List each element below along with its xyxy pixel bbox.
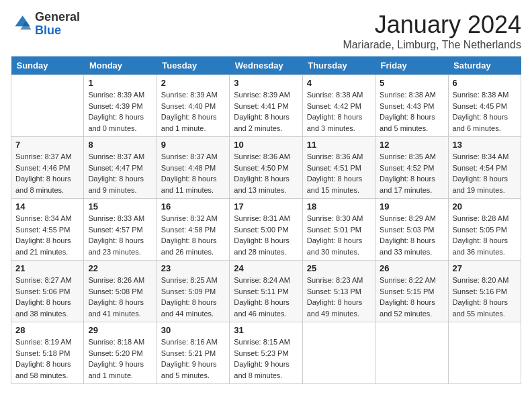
day-info: Sunrise: 8:29 AMSunset: 5:03 PMDaylight:… <box>380 213 443 257</box>
day-info: Sunrise: 8:23 AMSunset: 5:13 PMDaylight:… <box>307 275 371 319</box>
day-cell: 13Sunrise: 8:34 AMSunset: 4:54 PMDayligh… <box>448 137 521 199</box>
day-info: Sunrise: 8:38 AMSunset: 4:43 PMDaylight:… <box>380 89 443 134</box>
page-header: General Blue January 2024 Mariarade, Lim… <box>11 11 521 51</box>
logo: General Blue <box>11 11 80 38</box>
day-info: Sunrise: 8:26 AMSunset: 5:08 PMDaylight:… <box>88 275 152 319</box>
calendar-body: 1Sunrise: 8:39 AMSunset: 4:39 PMDaylight… <box>11 75 521 384</box>
day-number: 25 <box>307 263 371 273</box>
day-cell: 25Sunrise: 8:23 AMSunset: 5:13 PMDayligh… <box>302 261 375 322</box>
day-cell: 8Sunrise: 8:37 AMSunset: 4:47 PMDaylight… <box>84 137 157 199</box>
day-info: Sunrise: 8:36 AMSunset: 4:51 PMDaylight:… <box>307 151 371 195</box>
day-cell <box>448 322 521 384</box>
day-info: Sunrise: 8:35 AMSunset: 4:52 PMDaylight:… <box>380 151 443 195</box>
day-cell: 30Sunrise: 8:16 AMSunset: 5:21 PMDayligh… <box>157 322 229 384</box>
day-cell: 6Sunrise: 8:38 AMSunset: 4:45 PMDaylight… <box>448 75 521 137</box>
day-cell: 16Sunrise: 8:32 AMSunset: 4:58 PMDayligh… <box>157 199 229 261</box>
logo-text: General Blue <box>35 11 80 38</box>
day-number: 21 <box>15 263 79 273</box>
day-cell: 23Sunrise: 8:25 AMSunset: 5:09 PMDayligh… <box>157 261 229 322</box>
day-cell: 3Sunrise: 8:39 AMSunset: 4:41 PMDaylight… <box>230 75 302 137</box>
day-number: 23 <box>161 263 225 273</box>
day-info: Sunrise: 8:25 AMSunset: 5:09 PMDaylight:… <box>161 275 225 319</box>
day-info: Sunrise: 8:20 AMSunset: 5:16 PMDaylight:… <box>453 275 517 319</box>
location: Mariarade, Limburg, The Netherlands <box>343 39 521 51</box>
day-info: Sunrise: 8:19 AMSunset: 5:18 PMDaylight:… <box>15 336 79 381</box>
day-info: Sunrise: 8:38 AMSunset: 4:45 PMDaylight:… <box>453 89 517 134</box>
day-number: 9 <box>161 140 225 150</box>
day-info: Sunrise: 8:32 AMSunset: 4:58 PMDaylight:… <box>161 213 225 257</box>
day-info: Sunrise: 8:37 AMSunset: 4:48 PMDaylight:… <box>161 151 225 195</box>
day-number: 12 <box>380 140 443 150</box>
day-cell: 1Sunrise: 8:39 AMSunset: 4:39 PMDaylight… <box>84 75 157 137</box>
header-cell-monday: Monday <box>84 56 157 75</box>
day-cell: 22Sunrise: 8:26 AMSunset: 5:08 PMDayligh… <box>84 261 157 322</box>
day-number: 13 <box>453 140 517 150</box>
day-cell: 26Sunrise: 8:22 AMSunset: 5:15 PMDayligh… <box>375 261 448 322</box>
day-number: 14 <box>15 201 79 212</box>
day-info: Sunrise: 8:16 AMSunset: 5:21 PMDaylight:… <box>161 336 225 381</box>
day-number: 31 <box>234 325 298 335</box>
header-cell-tuesday: Tuesday <box>157 56 229 75</box>
day-info: Sunrise: 8:30 AMSunset: 5:01 PMDaylight:… <box>307 213 371 257</box>
week-row-3: 14Sunrise: 8:34 AMSunset: 4:55 PMDayligh… <box>11 199 521 261</box>
day-cell: 27Sunrise: 8:20 AMSunset: 5:16 PMDayligh… <box>448 261 521 322</box>
day-number: 3 <box>234 78 298 88</box>
day-number: 18 <box>307 201 371 212</box>
day-info: Sunrise: 8:24 AMSunset: 5:11 PMDaylight:… <box>234 275 298 319</box>
day-info: Sunrise: 8:36 AMSunset: 4:50 PMDaylight:… <box>234 151 298 195</box>
day-info: Sunrise: 8:28 AMSunset: 5:05 PMDaylight:… <box>453 213 517 257</box>
day-cell: 4Sunrise: 8:38 AMSunset: 4:42 PMDaylight… <box>302 75 375 137</box>
day-cell: 19Sunrise: 8:29 AMSunset: 5:03 PMDayligh… <box>375 199 448 261</box>
day-cell: 29Sunrise: 8:18 AMSunset: 5:20 PMDayligh… <box>84 322 157 384</box>
header-cell-saturday: Saturday <box>448 56 521 75</box>
day-number: 29 <box>88 325 152 335</box>
day-info: Sunrise: 8:27 AMSunset: 5:06 PMDaylight:… <box>15 275 79 319</box>
day-info: Sunrise: 8:18 AMSunset: 5:20 PMDaylight:… <box>88 336 152 381</box>
day-number: 27 <box>453 263 517 273</box>
day-number: 1 <box>88 78 152 88</box>
day-number: 5 <box>380 78 443 88</box>
day-info: Sunrise: 8:39 AMSunset: 4:41 PMDaylight:… <box>234 89 298 134</box>
day-info: Sunrise: 8:39 AMSunset: 4:39 PMDaylight:… <box>88 89 152 134</box>
day-info: Sunrise: 8:37 AMSunset: 4:47 PMDaylight:… <box>88 151 152 195</box>
day-number: 30 <box>161 325 225 335</box>
day-cell: 9Sunrise: 8:37 AMSunset: 4:48 PMDaylight… <box>157 137 229 199</box>
day-info: Sunrise: 8:38 AMSunset: 4:42 PMDaylight:… <box>307 89 371 134</box>
day-cell: 28Sunrise: 8:19 AMSunset: 5:18 PMDayligh… <box>11 322 84 384</box>
day-cell: 14Sunrise: 8:34 AMSunset: 4:55 PMDayligh… <box>11 199 84 261</box>
day-number: 19 <box>380 201 443 212</box>
logo-icon <box>11 13 32 35</box>
day-cell: 2Sunrise: 8:39 AMSunset: 4:40 PMDaylight… <box>157 75 229 137</box>
day-info: Sunrise: 8:33 AMSunset: 4:57 PMDaylight:… <box>88 213 152 257</box>
day-number: 26 <box>380 263 443 273</box>
day-number: 22 <box>88 263 152 273</box>
day-number: 2 <box>161 78 225 88</box>
header-cell-thursday: Thursday <box>302 56 375 75</box>
day-cell: 18Sunrise: 8:30 AMSunset: 5:01 PMDayligh… <box>302 199 375 261</box>
day-cell: 11Sunrise: 8:36 AMSunset: 4:51 PMDayligh… <box>302 137 375 199</box>
day-number: 8 <box>88 140 152 150</box>
day-info: Sunrise: 8:39 AMSunset: 4:40 PMDaylight:… <box>161 89 225 134</box>
day-number: 28 <box>15 325 79 335</box>
header-row: SundayMondayTuesdayWednesdayThursdayFrid… <box>11 56 521 75</box>
day-cell: 12Sunrise: 8:35 AMSunset: 4:52 PMDayligh… <box>375 137 448 199</box>
calendar-header: SundayMondayTuesdayWednesdayThursdayFrid… <box>11 56 521 75</box>
day-info: Sunrise: 8:34 AMSunset: 4:55 PMDaylight:… <box>15 213 79 257</box>
day-info: Sunrise: 8:31 AMSunset: 5:00 PMDaylight:… <box>234 213 298 257</box>
week-row-2: 7Sunrise: 8:37 AMSunset: 4:46 PMDaylight… <box>11 137 521 199</box>
day-cell: 17Sunrise: 8:31 AMSunset: 5:00 PMDayligh… <box>230 199 302 261</box>
day-cell <box>302 322 375 384</box>
day-number: 20 <box>453 201 517 212</box>
day-cell: 10Sunrise: 8:36 AMSunset: 4:50 PMDayligh… <box>230 137 302 199</box>
calendar-table: SundayMondayTuesdayWednesdayThursdayFrid… <box>11 56 521 384</box>
day-cell <box>11 75 84 137</box>
header-cell-friday: Friday <box>375 56 448 75</box>
week-row-1: 1Sunrise: 8:39 AMSunset: 4:39 PMDaylight… <box>11 75 521 137</box>
week-row-5: 28Sunrise: 8:19 AMSunset: 5:18 PMDayligh… <box>11 322 521 384</box>
day-info: Sunrise: 8:15 AMSunset: 5:23 PMDaylight:… <box>234 336 298 381</box>
day-number: 17 <box>234 201 298 212</box>
day-cell: 7Sunrise: 8:37 AMSunset: 4:46 PMDaylight… <box>11 137 84 199</box>
day-number: 16 <box>161 201 225 212</box>
day-cell: 20Sunrise: 8:28 AMSunset: 5:05 PMDayligh… <box>448 199 521 261</box>
day-cell: 24Sunrise: 8:24 AMSunset: 5:11 PMDayligh… <box>230 261 302 322</box>
